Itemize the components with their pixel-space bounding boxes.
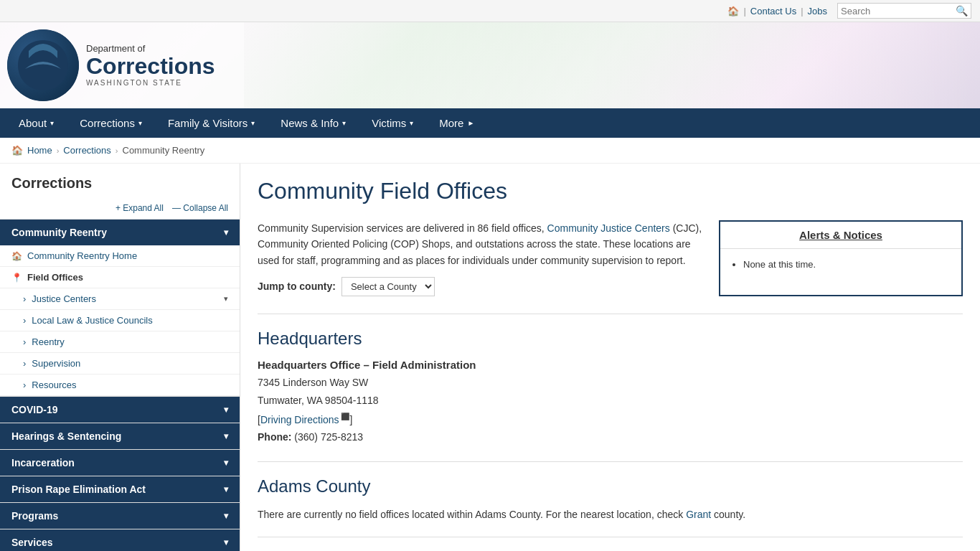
sidebar-title: Corrections [0,175,240,200]
sidebar-item-reentry[interactable]: › Reentry [0,331,240,353]
nav-victims[interactable]: Victims ▾ [359,108,426,138]
home-icon[interactable]: 🏠 [727,6,739,17]
address-line1: 7345 Linderson Way SW [258,374,963,392]
more-arrow: ► [467,119,474,127]
justice-centers-expand-icon: ▾ [224,294,228,303]
content-area: Community Field Offices Community Superv… [240,164,980,551]
sidebar-section-programs: Programs ▾ [0,502,240,529]
asotin-county-divider [258,537,963,537]
sidebar-item-field-offices[interactable]: 📍 Field Offices [0,267,240,288]
sidebar-section-covid-header[interactable]: COVID-19 ▾ [0,397,240,423]
hearings-chevron: ▾ [224,431,228,441]
about-arrow: ▾ [50,119,54,127]
sidebar-item-community-reentry-home-label: Community Reentry Home [27,250,137,261]
alerts-body: None at this time. [720,249,961,280]
sidebar-section-hearings: Hearings & Sentencing ▾ [0,423,240,449]
logo-circle [7,29,79,101]
news-arrow: ▾ [342,119,346,127]
breadcrumb-sep-1: › [57,146,60,155]
address-phone: Phone: (360) 725-8213 [258,428,963,446]
expand-icon-justice: › [23,293,26,304]
search-button[interactable]: 🔍 [956,5,968,17]
sidebar-item-resources[interactable]: › Resources [0,375,240,396]
services-chevron: ▾ [224,537,228,547]
expand-collapse-controls: + Expand All — Collapse All [0,200,240,219]
driving-directions-link[interactable]: Driving Directions [260,413,339,425]
sidebar-item-supervision[interactable]: › Supervision [0,353,240,375]
sidebar-section-community-reentry-header[interactable]: Community Reentry ▾ [0,220,240,245]
alerts-header: Alerts & Notices [720,222,961,249]
expand-all-link[interactable]: + Expand All [116,203,164,213]
search-input[interactable] [841,6,956,17]
adams-county-divider [258,461,963,462]
breadcrumb-corrections-link[interactable]: Corrections [63,145,110,156]
sidebar-section-incarceration-label: Incarceration [11,457,75,468]
nav-more[interactable]: More ► [426,108,487,138]
sidebar-section-community-reentry-content: 🏠 Community Reentry Home 📍 Field Offices… [0,245,240,396]
adams-county-heading: Adams County [258,476,963,496]
sidebar-section-prison-rape-header[interactable]: Prison Rape Elimination Act ▾ [0,476,240,502]
logo-text-block: Department of Corrections WASHINGTON STA… [86,43,215,88]
nav-news-info[interactable]: News & Info ▾ [268,108,359,138]
sidebar-item-justice-centers-label: Justice Centers [32,293,96,304]
cjc-link[interactable]: Community Justice Centers [547,222,670,234]
utility-bar: 🏠 | Contact Us | Jobs 🔍 [0,0,980,22]
nav-bar: About ▾ Corrections ▾ Family & Visitors … [0,108,980,138]
address-line2: Tumwater, WA 98504-1118 [258,392,963,410]
programs-chevron: ▾ [224,511,228,521]
sidebar-section-programs-header[interactable]: Programs ▾ [0,503,240,529]
adams-text-end: county. [711,509,745,520]
sidebar-section-incarceration-header[interactable]: Incarceration ▾ [0,450,240,476]
sidebar-item-reentry-label: Reentry [32,336,65,347]
contact-us-link[interactable]: Contact Us [750,6,796,17]
alerts-item-1: None at this time. [743,258,950,271]
sidebar-section-hearings-header[interactable]: Hearings & Sentencing ▾ [0,423,240,449]
header-flowers [244,22,980,108]
external-link-icon: ⬛ [339,413,350,420]
county-select[interactable]: Select a County Adams Asotin Benton Gran… [341,277,435,296]
sidebar-section-services-header[interactable]: Services ▾ [0,529,240,551]
sidebar-section-covid-label: COVID-19 [11,404,58,415]
expand-icon-supervision: › [23,358,26,369]
phone-label: Phone: [258,431,291,443]
jobs-link[interactable]: Jobs [808,6,827,17]
breadcrumb-current: Community Reentry [123,145,205,156]
sidebar-section-hearings-label: Hearings & Sentencing [11,430,121,442]
page-title: Community Field Offices [258,178,963,210]
sidebar-item-justice-centers[interactable]: › Justice Centers ▾ [0,288,240,310]
expand-icon-reentry: › [23,336,26,347]
search-box: 🔍 [837,3,971,19]
separator-2: | [801,6,803,17]
collapse-all-link[interactable]: — Collapse All [172,203,228,213]
adams-county-section: There are currently no field offices loc… [258,507,963,522]
alerts-box: Alerts & Notices None at this time. [719,220,963,296]
breadcrumb-sep-2: › [116,146,118,155]
jump-to: Jump to county: Select a County Adams As… [258,277,705,296]
address-directions: [Driving Directions ⬛] [258,410,963,429]
headquarters-office-name: Headquarters Office – Field Administrati… [258,359,963,371]
nav-corrections[interactable]: Corrections ▾ [67,108,155,138]
home-icon-small: 🏠 [11,251,22,261]
sidebar-item-local-law-label: Local Law & Justice Councils [32,315,152,326]
family-arrow: ▾ [251,119,255,127]
corrections-arrow: ▾ [138,119,142,127]
breadcrumb-home-link[interactable]: Home [27,145,52,156]
breadcrumb: 🏠 Home › Corrections › Community Reentry [0,138,980,164]
nav-about[interactable]: About ▾ [6,108,67,138]
sidebar-item-community-reentry-home[interactable]: 🏠 Community Reentry Home [0,245,240,267]
sidebar-item-field-offices-label: Field Offices [27,272,83,283]
sidebar-section-prison-rape: Prison Rape Elimination Act ▾ [0,476,240,502]
grant-county-link[interactable]: Grant [686,509,711,520]
prison-rape-chevron: ▾ [224,484,228,494]
main-layout: Corrections + Expand All — Collapse All … [0,164,980,551]
victims-arrow: ▾ [410,119,413,127]
sidebar-section-community-reentry-label: Community Reentry [11,227,107,238]
sidebar-item-local-law[interactable]: › Local Law & Justice Councils [0,310,240,331]
nav-family-visitors[interactable]: Family & Visitors ▾ [155,108,268,138]
expand-icon-local-law: › [23,315,26,326]
phone-number: (360) 725-8213 [294,431,363,443]
sidebar: Corrections + Expand All — Collapse All … [0,164,240,551]
jump-to-label: Jump to county: [258,278,336,294]
community-reentry-chevron: ▾ [224,227,228,237]
incarceration-chevron: ▾ [224,458,228,468]
